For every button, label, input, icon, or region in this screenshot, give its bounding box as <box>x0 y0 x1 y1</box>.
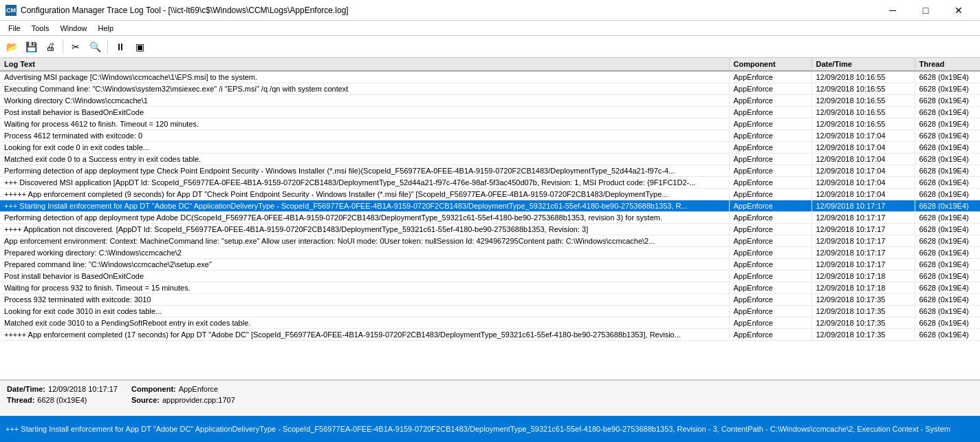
table-row[interactable]: Working directory C:\Windows\ccmcache\1A… <box>0 95 980 107</box>
print-button[interactable]: 🖨 <box>41 39 59 55</box>
cell-thread: 6628 (0x19E4) <box>915 235 980 247</box>
cell-logtext: Waiting for process 932 to finish. Timeo… <box>0 282 729 294</box>
log-table-body: Advertising MSI package [C:\Windows\ccmc… <box>0 71 980 341</box>
toolbar-separator-1 <box>63 40 63 54</box>
cell-datetime: 12/09/2018 10:17:04 <box>812 154 915 165</box>
copy-button[interactable]: ✂ <box>67 39 85 55</box>
table-row[interactable]: App enforcement environment: Context: Ma… <box>0 235 980 247</box>
cell-logtext: App enforcement environment: Context: Ma… <box>0 235 729 247</box>
component-value: AppEnforce <box>179 385 218 393</box>
cell-component: AppEnforce <box>729 130 812 142</box>
cell-logtext: +++++ App enforcement completed (9 secon… <box>0 189 729 200</box>
cell-datetime: 12/09/2018 10:17:04 <box>812 177 915 189</box>
source-label: Source: <box>131 396 160 404</box>
cell-thread: 6628 (0x19E4) <box>915 306 980 317</box>
cell-component: AppEnforce <box>729 306 812 317</box>
maximize-button[interactable]: □ <box>910 0 941 21</box>
table-row[interactable]: Post install behavior is BasedOnExitCode… <box>0 107 980 118</box>
table-row[interactable]: +++++ App enforcement completed (17 seco… <box>0 329 980 341</box>
datetime-field: Date/Time: 12/09/2018 10:17:17 <box>7 385 118 393</box>
table-row[interactable]: Executing Command line: "C:\Windows\syst… <box>0 83 980 95</box>
cell-datetime: 12/09/2018 10:17:35 <box>812 294 915 306</box>
cell-logtext: +++++ App enforcement completed (17 seco… <box>0 329 729 341</box>
cell-datetime: 12/09/2018 10:17:17 <box>812 235 915 247</box>
cell-datetime: 12/09/2018 10:17:17 <box>812 247 915 259</box>
col-header-component[interactable]: Component <box>729 58 812 71</box>
table-row[interactable]: Matched exit code 3010 to a PendingSoftR… <box>0 317 980 329</box>
cell-thread: 6628 (0x19E4) <box>915 95 980 107</box>
cell-component: AppEnforce <box>729 95 812 107</box>
cell-thread: 6628 (0x19E4) <box>915 130 980 142</box>
minimize-button[interactable]: ─ <box>877 0 908 21</box>
cell-thread: 6628 (0x19E4) <box>915 142 980 154</box>
table-row[interactable]: Looking for exit code 0 in exit codes ta… <box>0 142 980 154</box>
view-button[interactable]: ▣ <box>131 39 149 55</box>
detail-panel: Date/Time: 12/09/2018 10:17:17 Thread: 6… <box>0 380 980 416</box>
table-row[interactable]: +++ Starting Install enforcement for App… <box>0 200 980 212</box>
table-row[interactable]: ++++ Application not discovered. [AppDT … <box>0 224 980 235</box>
table-row[interactable]: Matched exit code 0 to a Success entry i… <box>0 154 980 165</box>
menu-window[interactable]: Window <box>54 23 92 34</box>
table-row[interactable]: Waiting for process 932 to finish. Timeo… <box>0 282 980 294</box>
cell-thread: 6628 (0x19E4) <box>915 107 980 118</box>
table-row[interactable]: Looking for exit code 3010 in exit codes… <box>0 306 980 317</box>
thread-label: Thread: <box>7 396 34 404</box>
window-controls: ─ □ ✕ <box>877 0 974 21</box>
cell-datetime: 12/09/2018 10:16:55 <box>812 107 915 118</box>
cell-component: AppEnforce <box>729 107 812 118</box>
cell-component: AppEnforce <box>729 118 812 130</box>
cell-thread: 6628 (0x19E4) <box>915 294 980 306</box>
close-button[interactable]: ✕ <box>943 0 974 21</box>
save-button[interactable]: 💾 <box>22 39 40 55</box>
table-row[interactable]: Waiting for process 4612 to finish. Time… <box>0 118 980 130</box>
col-header-logtext[interactable]: Log Text <box>0 58 729 71</box>
window-title: Configuration Manager Trace Log Tool - [… <box>21 6 877 15</box>
cell-thread: 6628 (0x19E4) <box>915 177 980 189</box>
cell-logtext: Prepared working directory: C:\Windows\c… <box>0 247 729 259</box>
cell-datetime: 12/09/2018 10:16:55 <box>812 83 915 95</box>
cell-logtext: Executing Command line: "C:\Windows\syst… <box>0 83 729 95</box>
table-row[interactable]: Post install behavior is BasedOnExitCode… <box>0 271 980 282</box>
menu-help[interactable]: Help <box>93 23 120 34</box>
log-table: Log Text Component Date/Time Thread Adve… <box>0 58 980 341</box>
detail-left: Date/Time: 12/09/2018 10:17:17 Thread: 6… <box>7 385 118 404</box>
cell-thread: 6628 (0x19E4) <box>915 224 980 235</box>
table-row[interactable]: Prepared working directory: C:\Windows\c… <box>0 247 980 259</box>
table-row[interactable]: +++++ App enforcement completed (9 secon… <box>0 189 980 200</box>
cell-component: AppEnforce <box>729 142 812 154</box>
table-row[interactable]: Process 932 terminated with exitcode: 30… <box>0 294 980 306</box>
table-row[interactable]: +++ Discovered MSI application [AppDT Id… <box>0 177 980 189</box>
cell-logtext: ++++ Application not discovered. [AppDT … <box>0 224 729 235</box>
app-icon: CM <box>6 5 17 16</box>
cell-logtext: Post install behavior is BasedOnExitCode <box>0 271 729 282</box>
col-header-datetime[interactable]: Date/Time <box>812 58 915 71</box>
log-table-container[interactable]: Log Text Component Date/Time Thread Adve… <box>0 58 980 380</box>
cell-component: AppEnforce <box>729 83 812 95</box>
component-field: Component: AppEnforce <box>131 385 235 393</box>
cell-datetime: 12/09/2018 10:17:18 <box>812 282 915 294</box>
table-row[interactable]: Process 4612 terminated with exitcode: 0… <box>0 130 980 142</box>
toolbar: 📂 💾 🖨 ✂ 🔍 ⏸ ▣ <box>0 36 980 58</box>
table-row[interactable]: Performing detection of app deployment t… <box>0 212 980 224</box>
cell-logtext: Working directory C:\Windows\ccmcache\1 <box>0 95 729 107</box>
menu-file[interactable]: File <box>3 23 26 34</box>
table-row[interactable]: Performing detection of app deployment t… <box>0 165 980 177</box>
cell-thread: 6628 (0x19E4) <box>915 271 980 282</box>
cell-thread: 6628 (0x19E4) <box>915 329 980 341</box>
cell-logtext: Waiting for process 4612 to finish. Time… <box>0 118 729 130</box>
find-button[interactable]: 🔍 <box>86 39 104 55</box>
table-row[interactable]: Prepared command line: "C:\Windows\ccmca… <box>0 259 980 271</box>
cell-datetime: 12/09/2018 10:17:35 <box>812 317 915 329</box>
cell-datetime: 12/09/2018 10:17:35 <box>812 306 915 317</box>
status-bar: +++ Starting Install enforcement for App… <box>0 416 980 442</box>
menu-bar: File Tools Window Help <box>0 21 980 36</box>
open-button[interactable]: 📂 <box>3 39 21 55</box>
pause-button[interactable]: ⏸ <box>111 39 129 55</box>
cell-component: AppEnforce <box>729 177 812 189</box>
table-row[interactable]: Advertising MSI package [C:\Windows\ccmc… <box>0 71 980 83</box>
menu-tools[interactable]: Tools <box>26 23 55 34</box>
col-header-thread[interactable]: Thread <box>915 58 980 71</box>
cell-datetime: 12/09/2018 10:17:17 <box>812 200 915 212</box>
cell-component: AppEnforce <box>729 189 812 200</box>
cell-logtext: Performing detection of app deployment t… <box>0 165 729 177</box>
